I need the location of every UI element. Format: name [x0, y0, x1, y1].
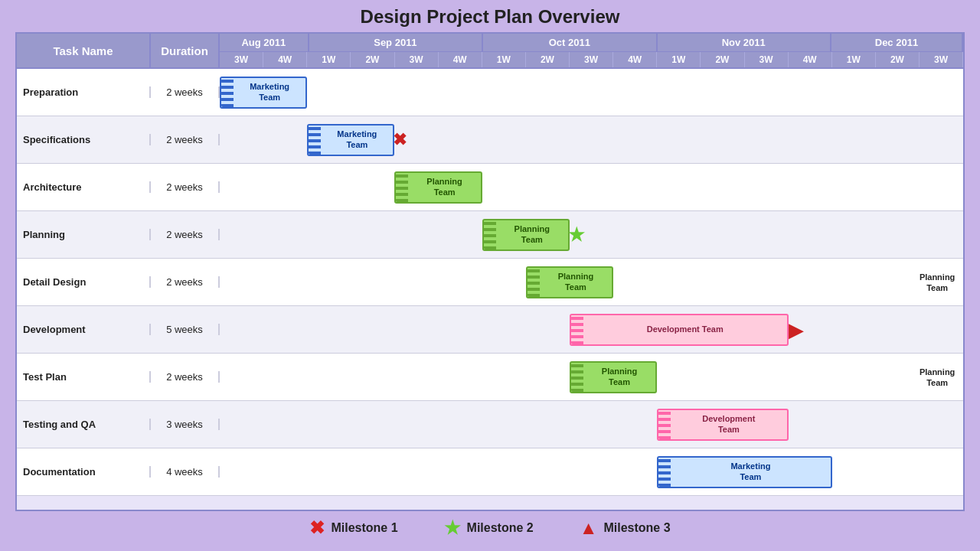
gantt-row-area: Marketing Team [220, 69, 963, 116]
gantt-row-area: Marketing Team [220, 448, 963, 495]
milestone-star-icon: ★ [568, 223, 585, 246]
task-name-cell: Development [17, 324, 151, 335]
table-row: Specifications2 weeksMarketing Team✖ [17, 116, 963, 164]
header-row: Task Name Duration Aug 2011Sep 2011Oct 2… [17, 34, 963, 69]
month-row: Aug 2011Sep 2011Oct 2011Nov 2011Dec 2011 [220, 34, 963, 52]
gantt-row-area: Marketing Team✖ [220, 116, 963, 163]
week-cell: 3W [570, 52, 613, 67]
x-icon: ✖ [309, 517, 325, 539]
task-name-cell: Planning [17, 229, 151, 240]
gantt-bar: Planning Team [570, 361, 657, 393]
table-row: Architecture2 weeksPlanning Team [17, 164, 963, 211]
legend: ✖ Milestone 1 ★ Milestone 2 ▲ Milestone … [6, 511, 974, 545]
gantt-bar: Development Team [657, 409, 788, 441]
week-cell: 2W [526, 52, 570, 67]
duration-cell: 2 weeks [151, 86, 220, 98]
month-cell: Aug 2011 [220, 34, 309, 51]
star-icon: ★ [444, 517, 461, 539]
gantt-row-area: Planning Team★ [220, 211, 963, 258]
float-label: Planning Team [920, 366, 955, 388]
week-cell: 1W [482, 52, 526, 67]
duration-cell: 2 weeks [151, 134, 220, 145]
gantt-bar: Marketing Team✖ [307, 124, 394, 156]
gantt-bar: Development Team [570, 314, 789, 346]
gantt-bar: Planning Team★ [482, 219, 570, 251]
legend-milestone1: ✖ Milestone 1 [309, 517, 397, 539]
week-cell: 3W [220, 52, 263, 67]
duration-cell: 2 weeks [151, 229, 220, 240]
week-cell: 1W [307, 52, 351, 67]
gantt-bar: Planning Team [526, 266, 613, 298]
page-title: Design Project Plan Overview [361, 6, 620, 28]
duration-cell: 2 weeks [151, 181, 220, 193]
table-row: Planning2 weeksPlanning Team★ [17, 211, 963, 259]
gantt-bar: Planning Team [394, 171, 482, 204]
data-rows: Preparation2 weeksMarketing TeamSpecific… [17, 69, 963, 510]
table-row: Test Plan2 weeksPlanning TeamPlanning Te… [17, 354, 963, 401]
week-cell: 4W [263, 52, 307, 67]
task-name-cell: Test Plan [17, 371, 151, 383]
table-row: Detail Design2 weeksPlanning TeamPlannin… [17, 259, 963, 306]
task-name-cell: Specifications [17, 134, 151, 145]
task-name-cell: Documentation [17, 466, 151, 478]
task-name-cell: Detail Design [17, 276, 151, 288]
week-cell: 2W [876, 52, 920, 67]
legend-milestone2: ★ Milestone 2 [444, 517, 534, 539]
task-name-cell: Architecture [17, 181, 151, 193]
month-cell: Nov 2011 [658, 34, 831, 51]
float-label: Planning Team [920, 271, 955, 293]
gantt-row-area: Planning Team [220, 164, 963, 210]
week-cell: 3W [920, 52, 963, 67]
week-cell: 1W [832, 52, 876, 67]
month-cell: Oct 2011 [483, 34, 657, 51]
gantt-header: Aug 2011Sep 2011Oct 2011Nov 2011Dec 2011… [220, 34, 963, 67]
week-cell: 2W [701, 52, 744, 67]
duration-cell: 5 weeks [151, 324, 220, 335]
gantt-bar: Marketing Team [220, 77, 307, 109]
table-row: Development5 weeksDevelopment Team▶ [17, 306, 963, 354]
legend-m1-label: Milestone 1 [331, 521, 397, 535]
task-name-cell: Preparation [17, 86, 151, 98]
week-row: 3W4W1W2W3W4W1W2W3W4W1W2W3W4W1W2W3W [220, 52, 963, 67]
week-cell: 1W [657, 52, 701, 67]
legend-m2-label: Milestone 2 [467, 521, 534, 535]
duration-cell: 2 weeks [151, 371, 220, 383]
task-name-header: Task Name [17, 34, 151, 67]
duration-cell: 4 weeks [151, 466, 220, 478]
duration-cell: 2 weeks [151, 276, 220, 288]
chart-container: Task Name Duration Aug 2011Sep 2011Oct 2… [15, 32, 965, 511]
week-cell: 4W [789, 52, 832, 67]
task-name-cell: Testing and QA [17, 419, 151, 430]
table-row: Documentation4 weeksMarketing Team [17, 448, 963, 496]
legend-milestone3: ▲ Milestone 3 [580, 517, 671, 539]
week-cell: 3W [745, 52, 789, 67]
duration-cell: 3 weeks [151, 419, 220, 430]
milestone-arrow-icon: ▶ [789, 318, 804, 341]
table-row: Preparation2 weeksMarketing Team [17, 69, 963, 116]
gantt-bar: Marketing Team [657, 456, 831, 488]
milestone-x-icon: ✖ [393, 129, 407, 149]
table-row: Testing and QA3 weeksDevelopment Team [17, 401, 963, 448]
week-cell: 4W [613, 52, 657, 67]
gantt-row-area: Development Team [220, 401, 963, 448]
week-cell: 4W [439, 52, 482, 67]
month-cell: Sep 2011 [309, 34, 483, 51]
triangle-icon: ▲ [580, 517, 598, 539]
gantt-row-area: Planning TeamPlanning Team [220, 259, 963, 305]
week-cell: 2W [351, 52, 394, 67]
week-cell: 3W [395, 52, 439, 67]
gantt-row-area: Planning TeamPlanning Team [220, 354, 963, 400]
month-cell: Dec 2011 [831, 34, 963, 51]
gantt-row-area: Development Team▶ [220, 306, 963, 353]
duration-header: Duration [151, 34, 220, 67]
legend-m3-label: Milestone 3 [603, 521, 670, 535]
